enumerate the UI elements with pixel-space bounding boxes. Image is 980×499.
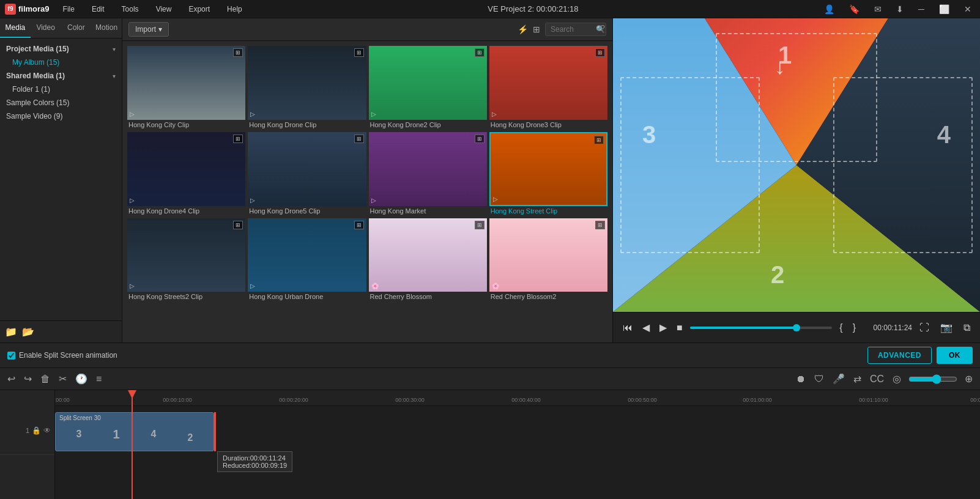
app-logo-icon: f9 bbox=[5, 4, 16, 15]
tab-color[interactable]: Color bbox=[61, 18, 92, 38]
media-grid: ⊞▷Hong Kong City Clip⊞▷Hong Kong Drone C… bbox=[122, 41, 612, 342]
media-item-4[interactable]: ⊞▷Hong Kong Drone4 Clip bbox=[127, 132, 245, 216]
ruler-tick-8: 00:01:20:00 bbox=[970, 397, 980, 403]
media-type-icon-5: ▷ bbox=[250, 197, 255, 204]
remove-folder-icon[interactable]: 📂 bbox=[22, 326, 34, 338]
menu-export[interactable]: Export bbox=[185, 4, 213, 15]
media-badge-11: ⊞ bbox=[595, 221, 605, 229]
media-type-icon-11: 🌸 bbox=[492, 283, 499, 289]
mark-out-icon[interactable]: } bbox=[850, 320, 858, 336]
tree-project-media[interactable]: Project Media (15) ▾ bbox=[0, 42, 122, 56]
advanced-button[interactable]: ADVANCED bbox=[867, 347, 932, 364]
media-thumb-5: ⊞▷ bbox=[248, 132, 366, 206]
swap-icon[interactable]: ⇄ bbox=[852, 372, 863, 386]
media-type-icon-4: ▷ bbox=[130, 197, 135, 204]
import-button[interactable]: Import ▾ bbox=[128, 22, 169, 37]
tab-video[interactable]: Video bbox=[31, 18, 61, 38]
ruler-tick-2: 00:00:20:00 bbox=[279, 397, 308, 403]
media-type-icon-1: ▷ bbox=[250, 111, 255, 117]
filter-icon[interactable]: ⚡ bbox=[518, 24, 528, 34]
media-type-icon-7: ▷ bbox=[493, 196, 498, 202]
pip-icon[interactable]: ⧉ bbox=[961, 320, 973, 336]
menu-tools[interactable]: Tools bbox=[118, 4, 143, 15]
track-label-1: 1 bbox=[26, 427, 29, 434]
account-icon[interactable]: 👤 bbox=[820, 3, 838, 15]
mail-icon[interactable]: ✉ bbox=[870, 3, 885, 15]
stop-button[interactable]: ■ bbox=[674, 320, 685, 336]
duration-tooltip: Duration:00:00:11:24 Reduced:00:00:09:19 bbox=[217, 451, 292, 472]
clip-num-3: 3 bbox=[76, 429, 82, 440]
media-item-5[interactable]: ⊞▷Hong Kong Drone5 Clip bbox=[248, 132, 366, 216]
shield-icon[interactable]: 🛡 bbox=[813, 372, 825, 386]
undo-button[interactable]: ↩ bbox=[6, 372, 17, 386]
media-item-8[interactable]: ⊞▷Hong Kong Streets2 Clip bbox=[127, 218, 245, 302]
caption-icon[interactable]: CC bbox=[869, 372, 885, 386]
media-item-10[interactable]: ⊞🌸Red Cherry Blossom bbox=[369, 218, 487, 302]
main-layout: Media Video Color Motion Project Media (… bbox=[0, 18, 980, 499]
settings-button[interactable]: ≡ bbox=[95, 372, 103, 386]
media-label-6: Hong Kong Market bbox=[369, 206, 487, 216]
split-dashed-4 bbox=[833, 77, 973, 253]
title-bar-left: f9 filmora9 File Edit Tools View Export … bbox=[5, 4, 246, 15]
media-label-11: Red Cherry Blossom2 bbox=[489, 292, 607, 301]
media-type-icon-9: ▷ bbox=[250, 283, 255, 289]
close-button[interactable]: ✕ bbox=[960, 3, 975, 15]
media-item-0[interactable]: ⊞▷Hong Kong City Clip bbox=[127, 46, 245, 130]
mark-in-icon[interactable]: { bbox=[837, 320, 845, 336]
media-item-11[interactable]: ⊞🌸Red Cherry Blossom2 bbox=[489, 218, 607, 302]
play-back-button[interactable]: ◀ bbox=[640, 319, 652, 336]
search-input[interactable] bbox=[551, 25, 593, 34]
preview-progress[interactable] bbox=[690, 327, 833, 329]
grid-icon[interactable]: ⊞ bbox=[533, 24, 540, 34]
enable-animation-checkbox[interactable] bbox=[7, 352, 15, 360]
zoom-icon[interactable]: ⊕ bbox=[963, 372, 974, 386]
split-number-2: 2 bbox=[771, 261, 784, 289]
fullscreen-icon[interactable]: ⛶ bbox=[917, 320, 932, 336]
minimize-button[interactable]: ─ bbox=[915, 3, 928, 15]
split-screen-clip[interactable]: Split Screen 30 3 1 4 2 bbox=[55, 412, 214, 451]
add-folder-icon[interactable]: 📁 bbox=[5, 326, 17, 338]
tree-my-album[interactable]: My Album (15) bbox=[0, 56, 122, 69]
tab-motion[interactable]: Motion bbox=[91, 18, 122, 38]
media-item-2[interactable]: ⊞▷Hong Kong Drone2 Clip bbox=[369, 46, 487, 130]
media-type-icon-0: ▷ bbox=[130, 111, 135, 117]
cut-button[interactable]: ✂ bbox=[58, 372, 68, 386]
menu-view[interactable]: View bbox=[152, 4, 176, 15]
zoom-slider[interactable] bbox=[908, 374, 957, 384]
media-label-4: Hong Kong Drone4 Clip bbox=[127, 206, 245, 216]
step-back-button[interactable]: ⏮ bbox=[620, 320, 635, 336]
menu-help[interactable]: Help bbox=[223, 4, 246, 15]
ruler-tick-1: 00:00:10:00 bbox=[163, 397, 192, 403]
bookmark-icon[interactable]: 🔖 bbox=[845, 3, 863, 15]
media-label-10: Red Cherry Blossom bbox=[369, 292, 487, 301]
timeline-area: ↩ ↪ 🗑 ✂ 🕐 ≡ ⏺ 🛡 🎤 ⇄ CC ◎ ⊕ 1 bbox=[0, 368, 980, 499]
media-item-1[interactable]: ⊞▷Hong Kong Drone Clip bbox=[248, 46, 366, 130]
menu-edit[interactable]: Edit bbox=[88, 4, 108, 15]
redo-button[interactable]: ↪ bbox=[23, 372, 33, 386]
record-button[interactable]: ⏺ bbox=[795, 372, 807, 386]
media-item-9[interactable]: ⊞▷Hong Kong Urban Drone bbox=[248, 218, 366, 302]
download-icon[interactable]: ⬇ bbox=[893, 3, 907, 15]
media-item-6[interactable]: ⊞▷Hong Kong Market bbox=[369, 132, 487, 216]
menu-file[interactable]: File bbox=[59, 4, 78, 15]
circle-icon[interactable]: ◎ bbox=[891, 372, 902, 386]
clock-button[interactable]: 🕐 bbox=[74, 372, 89, 386]
tree-sample-video[interactable]: Sample Video (9) bbox=[0, 109, 122, 123]
media-item-7[interactable]: ⊞▷Hong Kong Street Clip bbox=[489, 132, 607, 216]
lock-icon[interactable]: 🔒 bbox=[32, 426, 41, 435]
tree-folder1[interactable]: Folder 1 (1) bbox=[0, 83, 122, 96]
tree-shared-media[interactable]: Shared Media (1) ▾ bbox=[0, 69, 122, 83]
media-item-3[interactable]: ⊞▷Hong Kong Drone3 Clip bbox=[489, 46, 607, 130]
ok-button[interactable]: OK bbox=[937, 347, 973, 364]
tree-sample-colors[interactable]: Sample Colors (15) bbox=[0, 96, 122, 109]
mic-icon[interactable]: 🎤 bbox=[831, 372, 846, 386]
restore-button[interactable]: ⬜ bbox=[935, 3, 953, 15]
play-button[interactable]: ▶ bbox=[657, 319, 669, 336]
eye-icon[interactable]: 👁 bbox=[43, 426, 51, 435]
help-icon[interactable]: ? bbox=[600, 23, 605, 33]
media-badge-0: ⊞ bbox=[233, 48, 243, 57]
screenshot-icon[interactable]: 📷 bbox=[938, 319, 955, 336]
tab-media[interactable]: Media bbox=[0, 18, 31, 38]
delete-button[interactable]: 🗑 bbox=[39, 372, 51, 386]
chevron-down-icon: ▾ bbox=[158, 25, 162, 34]
